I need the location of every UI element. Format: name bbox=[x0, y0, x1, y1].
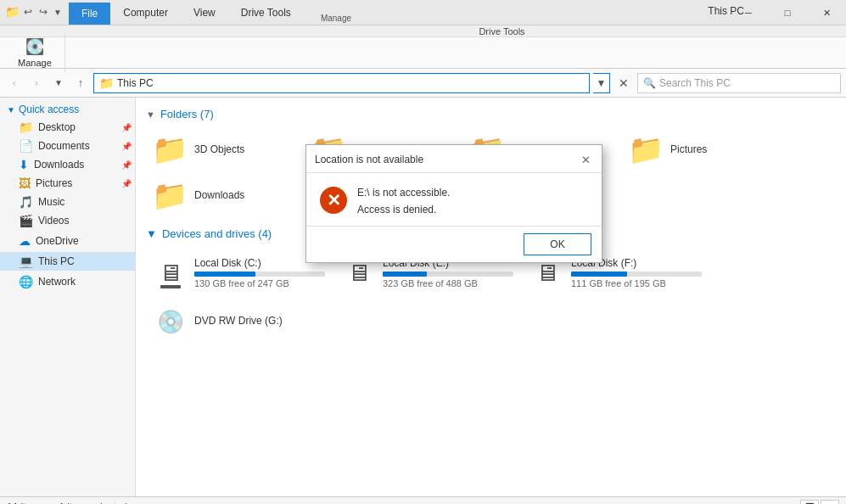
dialog-footer: OK bbox=[306, 226, 602, 262]
dialog-message: E:\ is not accessible. Access is denied. bbox=[357, 187, 450, 216]
dialog-msg-main: E:\ is not accessible. bbox=[357, 187, 450, 199]
dialog-title: Location is not available bbox=[315, 154, 423, 165]
dialog-close-button[interactable]: ✕ bbox=[578, 152, 593, 167]
dialog-msg-sub: Access is denied. bbox=[357, 204, 450, 216]
dialog-ok-button[interactable]: OK bbox=[524, 233, 591, 255]
dialog-body: ✕ E:\ is not accessible. Access is denie… bbox=[306, 173, 602, 226]
error-dialog: Location is not available ✕ ✕ E:\ is not… bbox=[305, 144, 602, 263]
dialog-overlay: Location is not available ✕ ✕ E:\ is not… bbox=[0, 0, 846, 504]
error-icon: ✕ bbox=[320, 187, 347, 214]
dialog-title-bar: Location is not available ✕ bbox=[306, 145, 602, 173]
